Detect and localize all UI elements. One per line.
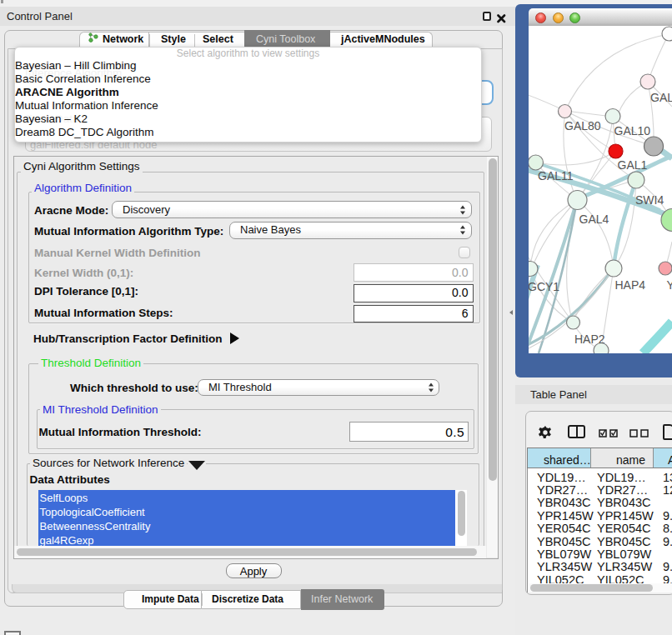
svg-text:HAP2: HAP2 bbox=[574, 332, 605, 346]
svg-text:GAL1: GAL1 bbox=[618, 158, 648, 172]
svg-text:GAL4: GAL4 bbox=[579, 212, 609, 226]
svg-text:Y: Y bbox=[667, 278, 672, 292]
svg-text:GAL10: GAL10 bbox=[614, 124, 651, 138]
svg-text:HAP4: HAP4 bbox=[615, 278, 646, 292]
svg-text:GAL2: GAL2 bbox=[650, 91, 672, 104]
svg-text:GAL80: GAL80 bbox=[564, 119, 601, 132]
svg-text:GAL11: GAL11 bbox=[538, 169, 574, 182]
svg-text:GCY1: GCY1 bbox=[529, 280, 559, 293]
svg-text:SWI4: SWI4 bbox=[635, 193, 664, 207]
